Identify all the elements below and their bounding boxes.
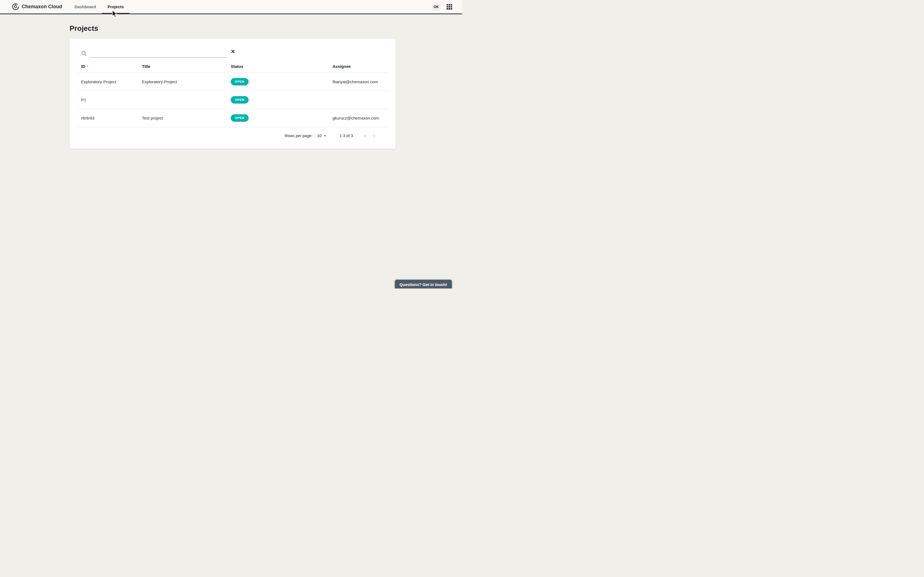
cell-id: P1 xyxy=(77,98,137,102)
cell-status: OPEN xyxy=(226,114,328,122)
status-badge: OPEN xyxy=(231,114,249,122)
rows-per-page-value: 10 xyxy=(317,134,321,138)
pagination-range: 1-3 of 3 xyxy=(339,134,353,138)
projects-card: ✕ ID↑ Title Status Assignee Exploratory-… xyxy=(69,39,396,149)
rows-per-page-select[interactable]: 10 ▼ xyxy=(317,134,326,138)
column-header-id[interactable]: ID↑ xyxy=(77,64,137,69)
search-row: ✕ xyxy=(69,39,396,58)
status-badge: OPEN xyxy=(231,96,249,104)
brand[interactable]: Chemaxon Cloud xyxy=(12,3,62,10)
clear-search-button[interactable]: ✕ xyxy=(229,48,236,55)
main-nav: Dashboard Projects xyxy=(69,0,130,13)
cell-assignee: gkurucz@chemaxon.com xyxy=(328,116,389,120)
column-header-title[interactable]: Title xyxy=(137,64,226,69)
user-avatar[interactable]: GK xyxy=(432,3,440,11)
tab-dashboard[interactable]: Dashboard xyxy=(69,0,102,13)
brand-name: Chemaxon Cloud xyxy=(22,4,62,10)
app-page: Chemaxon Cloud Dashboard Projects GK Pro… xyxy=(0,0,462,288)
previous-page-button[interactable]: ‹ xyxy=(362,133,368,139)
table-row[interactable]: Exploratory-Project Exploratory-Project … xyxy=(77,73,389,91)
projects-table: ID↑ Title Status Assignee Exploratory-Pr… xyxy=(77,60,389,127)
clear-icon: ✕ xyxy=(231,48,235,55)
next-page-button[interactable]: › xyxy=(372,133,377,139)
cell-id: Exploratory-Project xyxy=(77,79,137,84)
column-header-status[interactable]: Status xyxy=(226,64,328,69)
cell-assignee: fbanyai@chemaxon.com xyxy=(328,79,389,84)
page-title: Projects xyxy=(69,24,462,33)
column-header-assignee[interactable]: Assignee xyxy=(328,64,389,69)
table-body: Exploratory-Project Exploratory-Project … xyxy=(77,73,389,127)
table-header-row: ID↑ Title Status Assignee xyxy=(77,60,389,73)
cell-title: Exploratory-Project xyxy=(137,79,226,84)
main-content: Projects ✕ ID↑ Title xyxy=(0,24,462,149)
top-navbar: Chemaxon Cloud Dashboard Projects GK xyxy=(0,0,462,14)
table-row[interactable]: P1 OPEN xyxy=(77,91,389,109)
cell-status: OPEN xyxy=(226,96,328,104)
cell-status: OPEN xyxy=(226,78,328,86)
search-icon xyxy=(81,50,87,56)
search-input[interactable] xyxy=(90,47,227,58)
get-in-touch-button[interactable]: Questions? Get in touch! xyxy=(394,279,452,288)
rows-per-page-label: Rows per page: xyxy=(284,134,313,138)
apps-grid-icon xyxy=(447,4,452,10)
chemaxon-logo-icon xyxy=(12,3,19,10)
caret-down-icon: ▼ xyxy=(324,134,327,137)
status-badge: OPEN xyxy=(231,78,249,86)
navbar-right: GK xyxy=(432,3,453,11)
apps-menu-button[interactable] xyxy=(446,3,453,10)
pagination: Rows per page: 10 ▼ 1-3 of 3 ‹ › xyxy=(69,130,396,142)
tab-projects[interactable]: Projects xyxy=(102,0,129,13)
sort-asc-icon[interactable]: ↑ xyxy=(87,64,89,69)
cell-id: r6r8r83 xyxy=(77,116,137,120)
table-row[interactable]: r6r8r83 Test project OPEN gkurucz@chemax… xyxy=(77,109,389,127)
cell-title: Test project xyxy=(137,116,226,120)
